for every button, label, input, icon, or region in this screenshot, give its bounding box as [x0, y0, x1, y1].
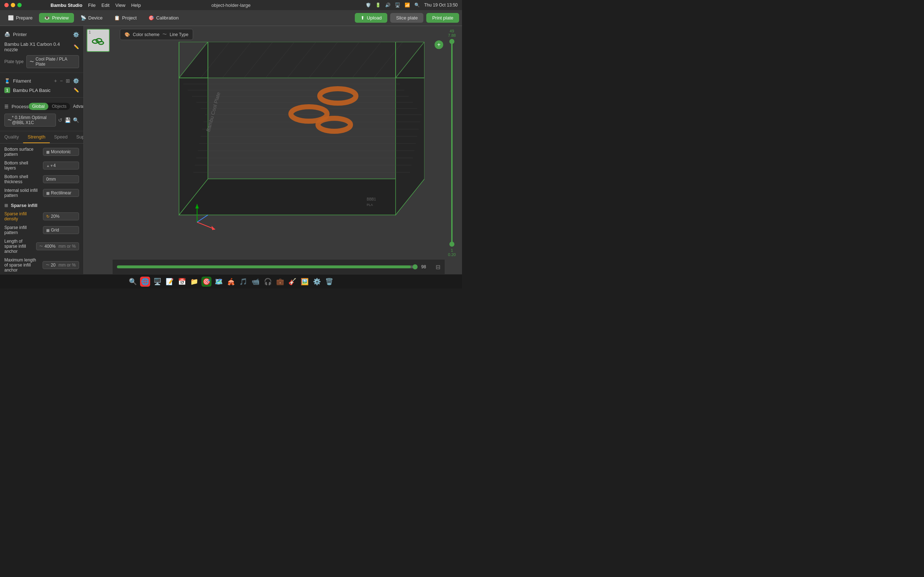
layer-progress-handle[interactable] [412, 264, 418, 269]
bottom-shell-thickness-input[interactable]: 0 mm [43, 175, 79, 183]
bottom-shell-layers-value: 4 [53, 163, 56, 168]
sparse-anchor-dropdown[interactable]: 〜 400% mm or % [36, 242, 79, 250]
machine-edit-button[interactable]: ✏️ [74, 44, 79, 49]
print-plate-button[interactable]: Print plate [426, 13, 459, 23]
ruler-track[interactable] [451, 39, 452, 247]
preview-button[interactable]: 👁️ Preview [39, 13, 74, 23]
search-icon[interactable]: 🔍 [414, 3, 420, 8]
bottom-shell-layers-input[interactable]: ▲▼ 4 [43, 161, 79, 169]
svg-point-34 [320, 89, 356, 103]
filament-settings-button[interactable]: ⚙️ [73, 78, 79, 84]
prepare-button[interactable]: ⬜ Prepare [3, 13, 37, 23]
dock-facetime[interactable]: 📹 [250, 277, 261, 287]
printer-icon: 🖨️ [4, 32, 10, 37]
dock-trash[interactable]: 🗑️ [324, 277, 334, 287]
sparse-infill-density-input[interactable]: ↻ 20 % [43, 213, 79, 220]
objects-toggle[interactable]: Objects [48, 103, 70, 110]
close-button[interactable] [4, 3, 9, 7]
filament-item: 1 Bambu PLA Basic ✏️ [4, 86, 79, 95]
dock-preview[interactable]: 🖼️ [300, 277, 310, 287]
profile-reset-button[interactable]: ↺ [58, 117, 63, 123]
thumbnail-number: 1 [89, 30, 91, 34]
maximize-button[interactable] [17, 3, 22, 7]
filament-color-swatch: 1 [4, 87, 10, 93]
tab-strength[interactable]: Strength [23, 131, 50, 143]
internal-solid-pattern-row: Internal solid infill pattern ▦ Rectilin… [0, 186, 83, 200]
upload-label: Upload [367, 15, 381, 21]
max-sparse-anchor-input[interactable]: 〜 20 mm or % [43, 261, 79, 269]
bottom-surface-pattern-row: Bottom surface pattern ▦ Monotonic [0, 145, 83, 159]
filament-add-button[interactable]: + [54, 78, 57, 84]
process-icon: ☰ [4, 104, 9, 109]
filament-sync-button[interactable]: ⊞ [66, 78, 70, 84]
layer-progress-track[interactable] [117, 266, 417, 268]
dock-files[interactable]: 📁 [189, 277, 199, 287]
project-button[interactable]: 📋 Project [109, 13, 142, 23]
sparse-infill-pattern-dropdown[interactable]: ▦ Grid [43, 226, 79, 234]
profile-search-button[interactable]: 🔍 [73, 117, 79, 123]
filament-header: 🧵 Filament + − ⊞ ⚙️ [4, 76, 79, 86]
tab-quality[interactable]: Quality [0, 131, 23, 143]
sparse-infill-pattern-row: Sparse infill pattern ▦ Grid [0, 223, 83, 237]
volume-icon: 🔊 [385, 3, 391, 8]
thumbnail-1[interactable]: 1 [87, 29, 110, 52]
menu-edit[interactable]: Edit [102, 3, 109, 8]
bottom-shell-layers-row: Bottom shell layers ▲▼ 4 [0, 159, 83, 172]
upload-button[interactable]: ⬆ Upload [355, 13, 387, 23]
dock-app2[interactable]: 🎪 [226, 277, 236, 287]
dock-bambu[interactable]: 🎯 [201, 277, 212, 287]
internal-solid-dropdown[interactable]: ▦ Rectilinear [43, 189, 79, 197]
dock-spotify[interactable]: 🎧 [263, 277, 273, 287]
device-button[interactable]: 📡 Device [76, 13, 108, 23]
menu-view[interactable]: View [115, 3, 125, 8]
svg-marker-3 [179, 179, 425, 215]
global-objects-toggle[interactable]: Global Objects [29, 103, 70, 110]
filament-remove-button[interactable]: − [60, 78, 63, 84]
plate-type-dropdown[interactable]: 〜 Cool Plate / PLA Plate [26, 55, 79, 68]
layer-slider[interactable]: 49 7.88 1 0.20 [445, 26, 459, 259]
dock-finder[interactable]: 🔍 [128, 277, 138, 287]
ruler-handle-bottom[interactable] [449, 242, 454, 247]
printer-settings-button[interactable]: ⚙️ [73, 32, 79, 37]
dock-app3[interactable]: 💼 [275, 277, 285, 287]
ruler-handle-top[interactable] [449, 39, 454, 44]
dock-settings[interactable]: ⚙️ [312, 277, 322, 287]
settings-area: Bottom surface pattern ▦ Monotonic Botto… [0, 143, 83, 274]
process-header: ☰ Process Global Objects Advanced ☰ ⊞ [4, 101, 79, 112]
svg-text:PLA: PLA [367, 203, 373, 206]
profile-dropdown[interactable]: 〜 * 0.16mm Optimal @BBL X1C [4, 114, 56, 127]
slice-plate-button[interactable]: Slice plate [390, 13, 423, 23]
menu-file[interactable]: File [88, 3, 96, 8]
calibration-button[interactable]: 🎯 Calibration [143, 13, 184, 23]
layers-button[interactable]: ⊟ [436, 264, 440, 271]
dock-chrome[interactable]: 🌐 [140, 277, 150, 287]
dock-calendar[interactable]: 📅 [177, 277, 187, 287]
bottom-surface-dropdown[interactable]: ▦ Monotonic [43, 148, 79, 156]
progress-value: 98 [421, 264, 431, 269]
dock-notes[interactable]: 📝 [165, 277, 175, 287]
menu-help[interactable]: Help [131, 3, 141, 8]
tab-speed[interactable]: Speed [50, 131, 72, 143]
max-sparse-anchor-label: Maximum length of sparse infill anchor [4, 258, 40, 272]
dock-music[interactable]: 🎵 [238, 277, 248, 287]
max-sparse-anchor-unit: mm or % [58, 263, 76, 268]
profile-row: 〜 * 0.16mm Optimal @BBL X1C ↺ 💾 🔍 [4, 112, 79, 128]
profile-save-button[interactable]: 💾 [65, 117, 71, 123]
traffic-lights[interactable] [4, 3, 22, 7]
filament-edit-button[interactable]: ✏️ [74, 88, 79, 93]
sparse-anchor-length-row: Length of sparse infill anchor 〜 400% mm… [0, 237, 83, 256]
global-toggle[interactable]: Global [29, 103, 48, 110]
minimize-button[interactable] [11, 3, 15, 7]
thumbnail-svg [91, 35, 105, 46]
bottom-shell-thickness-value: 0 [46, 177, 49, 182]
dock-app1[interactable]: 🖥️ [152, 277, 162, 287]
dock-maps[interactable]: 🗺️ [214, 277, 224, 287]
tab-support[interactable]: Support [72, 131, 84, 143]
menu-app[interactable]: Bambu Studio [50, 3, 82, 8]
refresh-icon[interactable]: ↻ [46, 214, 50, 219]
printer-label: Printer [13, 32, 27, 37]
machine-name-text: Bambu Lab X1 Carbon 0.4 nozzle [4, 42, 74, 52]
dock-app4[interactable]: 🎸 [287, 277, 297, 287]
bottom-shell-thickness-row: Bottom shell thickness 0 mm [0, 172, 83, 186]
printer-header: 🖨️ Printer [4, 30, 27, 39]
